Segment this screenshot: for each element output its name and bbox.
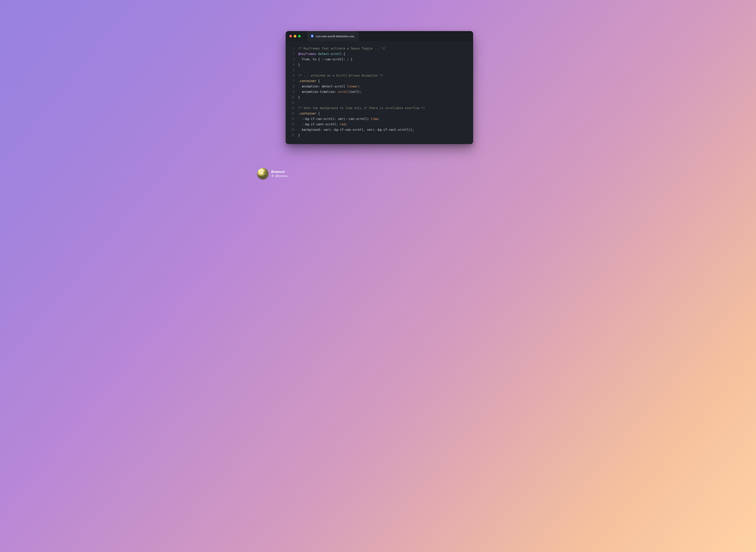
code-content: .container {: [295, 111, 320, 116]
code-content: animation: detect-scroll linear;: [295, 84, 360, 89]
tab-title: css-can-scroll-detection.css: [316, 34, 354, 38]
code-line[interactable]: 5: [289, 67, 468, 73]
line-number: 7: [289, 79, 295, 84]
code-content: [295, 100, 298, 106]
code-line[interactable]: 12/* Sets the background to lime only if…: [289, 106, 468, 111]
minimize-icon[interactable]: [294, 35, 296, 37]
close-icon[interactable]: [289, 35, 292, 37]
code-line[interactable]: 17}: [289, 133, 468, 138]
traffic-lights: [289, 35, 301, 37]
avatar: [257, 168, 268, 179]
line-number: 3: [289, 57, 295, 62]
author-handle-text: @bramus: [275, 174, 287, 177]
code-line[interactable]: 11: [289, 100, 468, 106]
code-content: --bg-if-can-scroll: var(--can-scroll) li…: [295, 116, 380, 122]
code-content: }: [295, 133, 300, 138]
code-line[interactable]: 8 animation: detect-scroll linear;: [289, 84, 468, 89]
code-content: [295, 67, 298, 73]
editor-window: css-can-scroll-detection.css 1/* Keyfram…: [286, 31, 473, 144]
code-line[interactable]: 10}: [289, 95, 468, 100]
line-number: 2: [289, 51, 295, 57]
code-line[interactable]: 6/* ... attached as a Scroll-Driven Anim…: [289, 73, 468, 79]
code-line[interactable]: 13.container {: [289, 111, 468, 116]
code-content: }: [295, 95, 300, 100]
author-byline: Bramus! @bramus: [257, 168, 287, 179]
code-content: .container {: [295, 79, 320, 84]
code-content: background: var(--bg-if-can-scroll, var(…: [295, 127, 414, 133]
file-tab[interactable]: css-can-scroll-detection.css: [307, 31, 359, 41]
line-number: 16: [289, 127, 295, 133]
stage: css-can-scroll-detection.css 1/* Keyfram…: [252, 0, 504, 184]
code-line[interactable]: 4}: [289, 62, 468, 67]
code-line[interactable]: 14 --bg-if-can-scroll: var(--can-scroll)…: [289, 116, 468, 122]
code-line[interactable]: 7.container {: [289, 79, 468, 84]
code-content: }: [295, 62, 300, 67]
line-number: 14: [289, 116, 295, 122]
line-number: 4: [289, 62, 295, 67]
code-line[interactable]: 2@keyframes detect-scroll {: [289, 51, 468, 57]
window-titlebar: css-can-scroll-detection.css: [286, 31, 473, 41]
code-content: /* Sets the background to lime only if t…: [295, 106, 425, 111]
code-line[interactable]: 1/* Keyframes that activate a Space Togg…: [289, 46, 468, 51]
line-number: 8: [289, 84, 295, 89]
line-number: 6: [289, 73, 295, 79]
author-name: Bramus!: [271, 170, 287, 174]
code-content: --bg-if-cant-scroll: red;: [295, 122, 347, 127]
css3-icon: [310, 34, 314, 38]
line-number: 1: [289, 46, 295, 51]
code-line[interactable]: 3 from, to { --can-scroll: ; }: [289, 57, 468, 62]
code-content: @keyframes detect-scroll {: [295, 51, 345, 57]
code-content: /* Keyframes that activate a Space Toggl…: [295, 46, 385, 51]
zoom-icon[interactable]: [298, 35, 301, 37]
code-editor[interactable]: 1/* Keyframes that activate a Space Togg…: [286, 41, 473, 144]
line-number: 9: [289, 89, 295, 95]
line-number: 10: [289, 95, 295, 100]
line-number: 5: [289, 67, 295, 73]
line-number: 13: [289, 111, 295, 116]
code-content: from, to { --can-scroll: ; }: [295, 57, 353, 62]
line-number: 12: [289, 106, 295, 111]
line-number: 15: [289, 122, 295, 127]
line-number: 17: [289, 133, 295, 138]
author-text: Bramus! @bramus: [271, 170, 287, 177]
author-handle[interactable]: @bramus: [271, 174, 287, 177]
line-number: 11: [289, 100, 295, 106]
code-content: animation-timeline: scroll(self);: [295, 89, 362, 95]
code-content: /* ... attached as a Scroll-Driven Anima…: [295, 73, 383, 79]
code-line[interactable]: 15 --bg-if-cant-scroll: red;: [289, 122, 468, 127]
code-line[interactable]: 16 background: var(--bg-if-can-scroll, v…: [289, 127, 468, 133]
x-icon: [271, 174, 274, 177]
code-line[interactable]: 9 animation-timeline: scroll(self);: [289, 89, 468, 95]
